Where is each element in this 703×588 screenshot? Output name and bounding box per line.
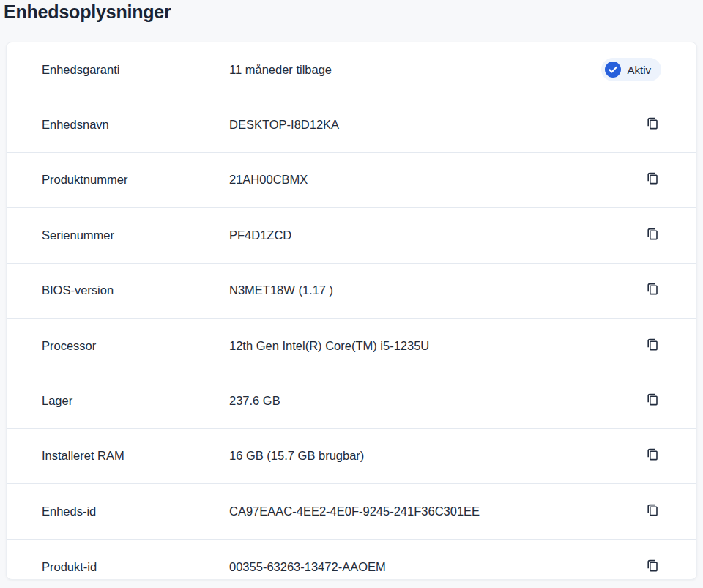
row-storage: Lager 237.6 GB [7, 373, 696, 428]
copy-icon [645, 282, 660, 299]
copy-button[interactable] [644, 226, 661, 245]
row-processor: Processor 12th Gen Intel(R) Core(TM) i5-… [7, 319, 696, 373]
row-label: Enheds-id [42, 505, 229, 518]
row-label: Installeret RAM [42, 449, 229, 463]
copy-button[interactable] [644, 170, 661, 190]
row-value: DESKTOP-I8D12KA [229, 118, 644, 132]
copy-icon [645, 392, 660, 409]
status-badge: Aktiv [601, 58, 661, 81]
row-value: 16 GB (15.7 GB brugbar) [229, 449, 644, 463]
copy-button[interactable] [644, 336, 661, 356]
row-label: Lager [42, 394, 229, 408]
row-value: CA97EAAC-4EE2-4E0F-9245-241F36C301EE [229, 505, 644, 518]
copy-button[interactable] [644, 115, 661, 135]
copy-icon [645, 338, 660, 354]
row-device-name: Enhedsnavn DESKTOP-I8D12KA [7, 97, 696, 152]
row-device-id: Enheds-id CA97EAAC-4EE2-4E0F-9245-241F36… [7, 484, 696, 539]
row-value: 12th Gen Intel(R) Core(TM) i5-1235U [229, 339, 644, 353]
device-info-card: Enhedsgaranti 11 måneder tilbage Aktiv E… [6, 42, 697, 580]
copy-button[interactable] [644, 446, 661, 466]
row-installed-ram: Installeret RAM 16 GB (15.7 GB brugbar) [7, 429, 696, 484]
copy-button[interactable] [644, 557, 661, 577]
page-title: Enhedsoplysninger [4, 1, 171, 23]
copy-icon [645, 227, 660, 244]
row-label: Enhedsnavn [42, 118, 229, 132]
copy-button[interactable] [644, 391, 661, 411]
row-label: Processor [42, 339, 229, 353]
row-serial-number: Serienummer PF4D1ZCD [7, 208, 696, 263]
copy-button[interactable] [644, 502, 661, 521]
copy-button[interactable] [644, 280, 661, 300]
row-product-number: Produktnummer 21AH00CBMX [7, 153, 696, 208]
row-value: 11 måneder tilbage [229, 63, 601, 77]
row-label: Produktnummer [42, 173, 229, 187]
copy-icon [645, 559, 660, 576]
row-label: Produkt-id [42, 560, 229, 574]
row-label: Enhedsgaranti [42, 63, 229, 77]
copy-icon [645, 503, 660, 520]
row-device-warranty: Enhedsgaranti 11 måneder tilbage Aktiv [7, 42, 696, 97]
row-bios-version: BIOS-version N3MET18W (1.17 ) [7, 264, 696, 319]
row-value: N3MET18W (1.17 ) [229, 283, 644, 297]
row-value: 00355-63263-13472-AAOEM [229, 560, 644, 574]
row-value: 21AH00CBMX [229, 173, 644, 187]
row-label: Serienummer [42, 228, 229, 242]
row-value: PF4D1ZCD [229, 228, 644, 242]
copy-icon [645, 171, 660, 188]
copy-icon [645, 447, 660, 464]
check-circle-icon [605, 62, 621, 78]
status-badge-label: Aktiv [627, 64, 651, 76]
row-value: 237.6 GB [229, 394, 644, 408]
row-product-id: Produkt-id 00355-63263-13472-AAOEM [7, 540, 696, 580]
row-label: BIOS-version [42, 283, 229, 297]
copy-icon [645, 116, 660, 133]
